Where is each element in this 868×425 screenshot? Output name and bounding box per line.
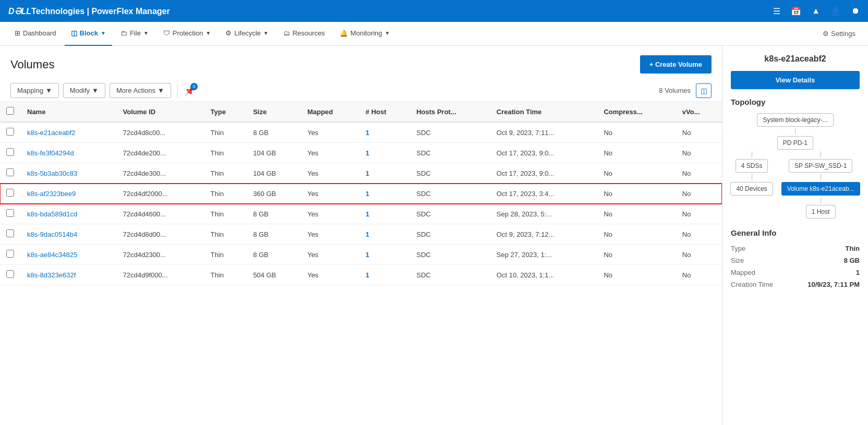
row-compress-cell: No [597, 184, 676, 204]
row-mapped-cell: Yes [301, 143, 359, 163]
row-hosts-prot-cell: SDC [410, 143, 490, 163]
more-actions-button[interactable]: More Actions ▼ [110, 83, 171, 98]
row-type-cell: Thin [204, 224, 247, 245]
row-size-cell: 8 GB [247, 245, 301, 265]
select-all-checkbox[interactable] [6, 107, 14, 115]
more-actions-caret-icon: ▼ [158, 87, 164, 94]
list-icon[interactable]: ☰ [773, 6, 780, 16]
row-checkbox-cell [0, 163, 21, 184]
protection-icon: 🛡 [163, 29, 170, 37]
row-name-link-7[interactable]: k8s-8d323e632f [27, 271, 76, 279]
topo-system-node[interactable]: System block-legacy-... [757, 113, 833, 127]
row-compress-cell: No [597, 245, 676, 265]
block-caret-icon: ▼ [101, 30, 106, 36]
power-icon[interactable]: ⏺ [851, 6, 860, 16]
general-info-section: General Info Type Thin Size 8 GB Mapped … [731, 228, 860, 290]
row-size-cell: 504 GB [247, 265, 301, 285]
navbar: ⊞ Dashboard ◫ Block ▼ 🗀 File ▼ 🛡 Protect… [0, 22, 868, 46]
nav-lifecycle[interactable]: ⚙ Lifecycle ▼ [219, 22, 274, 46]
topo-sds-node[interactable]: 4 SDSs [736, 159, 768, 173]
monitoring-icon: 🔔 [340, 29, 348, 37]
bell-icon[interactable]: ▲ [812, 6, 820, 16]
row-checkbox-7[interactable] [6, 270, 14, 278]
modify-label: Modify [70, 87, 90, 94]
user-icon[interactable]: 👤 [830, 6, 841, 16]
row-size-cell: 360 GB [247, 184, 301, 204]
row-type-cell: Thin [204, 265, 247, 285]
notification-badge: 0 [190, 83, 198, 90]
row-hosts-prot-cell: SDC [410, 224, 490, 245]
settings-button[interactable]: ⚙ Settings [823, 30, 855, 38]
topo-sp-node[interactable]: SP SP-SW_SSD-1 [789, 159, 852, 173]
nav-block[interactable]: ◫ Block ▼ [65, 22, 112, 46]
column-toggle-button[interactable]: ◫ [696, 83, 712, 98]
row-mapped-cell: Yes [301, 163, 359, 184]
row-size-cell: 8 GB [247, 204, 301, 224]
pin-icon[interactable]: 📌 0 [184, 85, 196, 96]
row-vvo-cell: No [676, 163, 722, 184]
nav-resources-label: Resources [293, 29, 325, 37]
topo-host-node[interactable]: 1 Host [806, 205, 836, 218]
nav-dashboard[interactable]: ⊞ Dashboard [8, 22, 63, 46]
row-hosts-cell: 1 [359, 204, 410, 224]
nav-protection[interactable]: 🛡 Protection ▼ [157, 22, 217, 46]
row-checkbox-cell [0, 265, 21, 285]
nav-monitoring[interactable]: 🔔 Monitoring ▼ [333, 22, 396, 46]
create-volume-button[interactable]: + Create Volume [640, 55, 712, 74]
topo-devices-node[interactable]: 40 Devices [730, 182, 773, 196]
table-row[interactable]: k8s-e21aceabf2 72cd4d8c00... Thin 8 GB Y… [0, 122, 722, 143]
calendar-icon[interactable]: 📅 [791, 6, 801, 16]
row-compress-cell: No [597, 122, 676, 143]
row-creation-time-cell: Oct 9, 2023, 7:11... [490, 122, 598, 143]
row-checkbox-0[interactable] [6, 128, 14, 136]
row-name-link-0[interactable]: k8s-e21aceabf2 [27, 129, 76, 137]
row-checkbox-cell [0, 245, 21, 265]
row-checkbox-1[interactable] [6, 148, 14, 156]
row-checkbox-5[interactable] [6, 229, 14, 237]
row-checkbox-6[interactable] [6, 250, 14, 258]
row-creation-time-cell: Sep 27, 2023, 1:... [490, 245, 598, 265]
table-row[interactable]: k8s-8d323e632f 72cd4d9f000... Thin 504 G… [0, 265, 722, 285]
row-checkbox-3[interactable] [6, 189, 14, 197]
row-volume-id-cell: 72cd4d8d00... [117, 224, 204, 245]
row-name-cell: k8s-fe3f04294d [21, 143, 117, 163]
row-name-cell: k8s-5b3ab30c83 [21, 163, 117, 184]
panel-title: k8s-e21aceabf2 [731, 54, 860, 64]
row-checkbox-2[interactable] [6, 168, 14, 176]
settings-icon: ⚙ [823, 30, 829, 38]
nav-resources[interactable]: 🗂 Resources [277, 22, 331, 46]
row-hosts-prot-cell: SDC [410, 245, 490, 265]
topo-pd-node[interactable]: PD PD-1 [777, 136, 813, 150]
mapping-button[interactable]: Mapping ▼ [10, 83, 59, 98]
row-hosts-cell: 1 [359, 245, 410, 265]
topo-volume-node[interactable]: Volume k8s-e21aceab... [781, 182, 860, 196]
row-compress-cell: No [597, 204, 676, 224]
row-name-link-3[interactable]: k8s-af2323bee9 [27, 190, 76, 198]
table-row[interactable]: k8s-fe3f04294d 72cd4de200... Thin 104 GB… [0, 143, 722, 163]
row-volume-id-cell: 72cd4d4600... [117, 204, 204, 224]
row-mapped-cell: Yes [301, 204, 359, 224]
modify-button[interactable]: Modify ▼ [63, 83, 105, 98]
row-name-link-6[interactable]: k8s-ae84c34825 [27, 251, 77, 259]
row-name-link-1[interactable]: k8s-fe3f04294d [27, 149, 74, 157]
row-checkbox-cell [0, 143, 21, 163]
table-row[interactable]: k8s-ae84c34825 72cd4d2300... Thin 8 GB Y… [0, 245, 722, 265]
table-row[interactable]: k8s-5b3ab30c83 72cd4de300... Thin 104 GB… [0, 163, 722, 184]
volumes-tbody: k8s-e21aceabf2 72cd4d8c00... Thin 8 GB Y… [0, 122, 722, 285]
table-header-row: Name Volume ID Type Size Mapped # Host H… [0, 102, 722, 122]
table-row[interactable]: k8s-af2323bee9 72cd4df2000... Thin 360 G… [0, 184, 722, 204]
table-row[interactable]: k8s-bda589d1cd 72cd4d4600... Thin 8 GB Y… [0, 204, 722, 224]
nav-file[interactable]: 🗀 File ▼ [114, 22, 155, 46]
view-details-button[interactable]: View Details [731, 71, 860, 89]
modify-caret-icon: ▼ [92, 87, 99, 94]
row-hosts-prot-cell: SDC [410, 204, 490, 224]
main-layout: Volumes + Create Volume Mapping ▼ Modify… [0, 46, 868, 425]
row-creation-time-cell: Oct 10, 2023, 1:1... [490, 265, 598, 285]
table-row[interactable]: k8s-9dac0514b4 72cd4d8d00... Thin 8 GB Y… [0, 224, 722, 245]
row-name-link-4[interactable]: k8s-bda589d1cd [27, 210, 77, 218]
row-checkbox-4[interactable] [6, 209, 14, 217]
row-name-link-2[interactable]: k8s-5b3ab30c83 [27, 169, 77, 177]
nav-file-label: File [130, 29, 141, 37]
page-title: Volumes [10, 58, 54, 71]
row-name-link-5[interactable]: k8s-9dac0514b4 [27, 230, 77, 238]
